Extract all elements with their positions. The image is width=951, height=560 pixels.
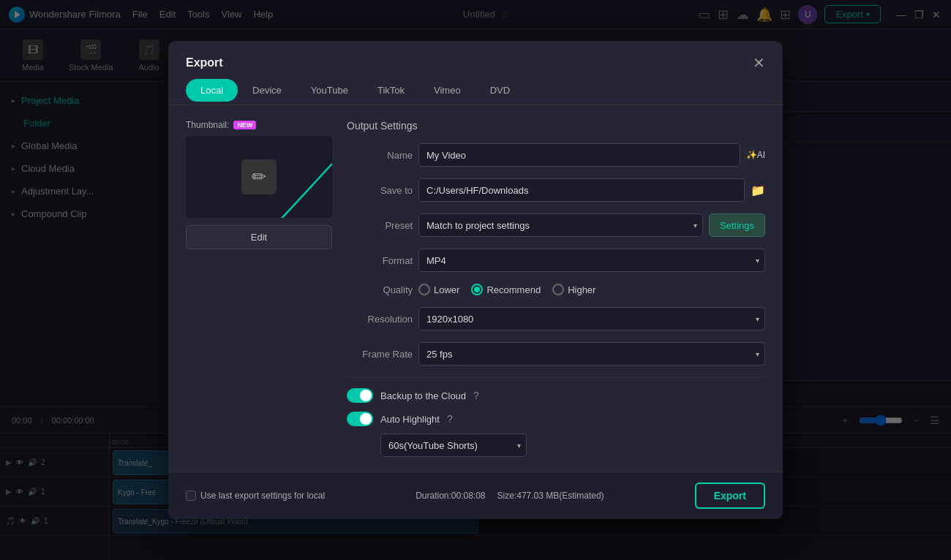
highlight-label: Auto Highlight xyxy=(380,414,440,425)
radio-recommend xyxy=(471,284,483,295)
divider-1 xyxy=(347,377,765,378)
modal-backdrop: Export ✕ Local Device YouTube TikTok Vim… xyxy=(0,0,951,560)
tab-tiktok[interactable]: TikTok xyxy=(363,79,419,102)
toggle-knob-highlight xyxy=(360,413,372,425)
tab-local[interactable]: Local xyxy=(186,79,238,102)
resolution-row: Resolution 1920x1080 ▾ xyxy=(347,307,765,330)
browse-folder-icon[interactable]: 📁 xyxy=(751,183,765,197)
dialog-header: Export ✕ xyxy=(168,41,783,79)
last-settings-label: Use last export settings for local xyxy=(200,491,325,501)
save-to-row: Save to C:/Users/HF/Downloads 📁 xyxy=(347,178,765,202)
tab-device[interactable]: Device xyxy=(238,79,296,102)
footer-left: Use last export settings for local xyxy=(186,491,325,501)
name-row: Name ✨AI xyxy=(347,143,765,167)
thumbnail-panel: Thumbnail: NEW ✏ xyxy=(186,120,332,457)
settings-panel: Output Settings Name ✨AI Save to C:/User… xyxy=(347,120,765,457)
thumb-icon: ✏ xyxy=(241,159,277,194)
toggle-backup-row: Backup to the Cloud ? xyxy=(347,384,765,407)
frame-rate-select[interactable]: 25 fps xyxy=(418,342,765,366)
last-settings-checkbox[interactable] xyxy=(186,491,196,501)
save-to-label: Save to xyxy=(347,185,413,196)
highlight-duration-select[interactable]: 60s(YouTube Shorts) xyxy=(380,434,527,457)
preset-row: Preset Match to project settings ▾ Setti… xyxy=(347,213,765,237)
quality-options: Lower Recommend Higher xyxy=(418,284,595,295)
dialog-close-button[interactable]: ✕ xyxy=(753,54,765,72)
ai-icon: ✨AI xyxy=(746,150,765,160)
export-action-button[interactable]: Export xyxy=(695,483,765,509)
preset-label: Preset xyxy=(347,220,413,231)
quality-higher[interactable]: Higher xyxy=(552,284,595,295)
toggle-highlight-row: Auto Highlight ? xyxy=(347,407,765,431)
resolution-label: Resolution xyxy=(347,314,413,325)
duration-info: Duration:00:08:08 xyxy=(416,491,485,501)
new-badge: NEW xyxy=(233,121,256,129)
highlight-help-icon[interactable]: ? xyxy=(447,413,453,425)
tab-dvd[interactable]: DVD xyxy=(476,79,525,102)
backup-label: Backup to the Cloud xyxy=(380,390,466,401)
dialog-tabs: Local Device YouTube TikTok Vimeo DVD xyxy=(168,79,783,105)
quality-recommend[interactable]: Recommend xyxy=(471,284,541,295)
frame-rate-label: Frame Rate xyxy=(347,349,413,360)
tab-youtube[interactable]: YouTube xyxy=(296,79,363,102)
radio-higher xyxy=(552,284,564,295)
radio-lower xyxy=(418,284,430,295)
format-label: Format xyxy=(347,255,413,266)
thumbnail-preview: ✏ xyxy=(186,136,332,218)
size-info: Size:477.03 MB(Estimated) xyxy=(497,491,604,501)
thumbnail-label: Thumbnail: NEW xyxy=(186,120,332,130)
toggle-knob-backup xyxy=(360,390,372,401)
frame-rate-row: Frame Rate 25 fps ▾ xyxy=(347,342,765,366)
radio-dot-recommend xyxy=(474,287,480,292)
dialog-body: Thumbnail: NEW ✏ xyxy=(168,105,783,472)
preset-select-wrap: Match to project settings ▾ xyxy=(418,213,703,237)
quality-lower[interactable]: Lower xyxy=(418,284,459,295)
quality-label: Quality xyxy=(347,284,413,295)
last-settings-checkbox-wrap[interactable]: Use last export settings for local xyxy=(186,491,325,501)
highlight-duration-wrap: 60s(YouTube Shorts) ▾ xyxy=(380,434,527,457)
name-input[interactable] xyxy=(426,150,732,161)
edit-thumbnail-button[interactable]: Edit xyxy=(186,225,332,249)
frame-rate-select-wrap: 25 fps ▾ xyxy=(418,342,765,366)
format-row: Format MP4 ▾ xyxy=(347,249,765,272)
backup-toggle[interactable] xyxy=(347,388,373,403)
footer-info: Duration:00:08:08 Size:477.03 MB(Estimat… xyxy=(416,491,604,501)
highlight-toggle[interactable] xyxy=(347,412,373,426)
export-dialog: Export ✕ Local Device YouTube TikTok Vim… xyxy=(168,41,783,519)
name-label: Name xyxy=(347,150,413,161)
resolution-select[interactable]: 1920x1080 xyxy=(418,307,765,330)
path-input: C:/Users/HF/Downloads xyxy=(418,178,745,202)
settings-button[interactable]: Settings xyxy=(709,213,765,237)
tab-vimeo[interactable]: Vimeo xyxy=(419,79,476,102)
quality-row: Quality Lower Recommend xyxy=(347,284,765,295)
name-input-wrap[interactable] xyxy=(418,143,740,167)
dialog-footer: Use last export settings for local Durat… xyxy=(168,472,783,519)
output-settings-title: Output Settings xyxy=(347,120,765,132)
format-select-wrap: MP4 ▾ xyxy=(418,249,765,272)
dialog-title: Export xyxy=(186,56,223,69)
resolution-select-wrap: 1920x1080 ▾ xyxy=(418,307,765,330)
format-select[interactable]: MP4 xyxy=(418,249,765,272)
backup-help-icon[interactable]: ? xyxy=(473,390,479,401)
preset-select[interactable]: Match to project settings xyxy=(418,213,703,237)
